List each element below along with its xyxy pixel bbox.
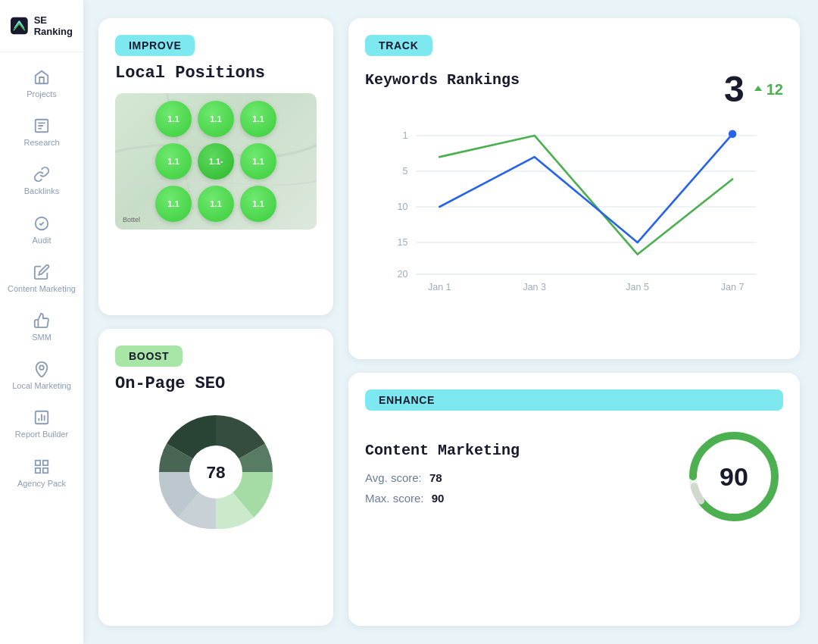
grid-dot-7: 1.1	[155, 186, 192, 222]
boost-card: BOOST On-Page SEO	[98, 329, 333, 626]
audit-icon	[33, 215, 50, 232]
track-big-number: 3	[724, 71, 745, 108]
svg-text:78: 78	[206, 463, 225, 482]
avg-score-value: 78	[429, 471, 442, 484]
sidebar-item-label-projects: Projects	[27, 89, 57, 99]
donut-container: 78	[115, 404, 317, 540]
line-chart-svg: 1 5 10 15 20 Jan 1 Jan 3 Jan 5 Jan 7	[365, 120, 783, 294]
sidebar-item-report-builder[interactable]: Report Builder	[0, 400, 83, 449]
enhance-card: ENHANCE Content Marketing Avg. score: 78…	[348, 373, 800, 626]
improve-title: Local Positions	[115, 64, 317, 83]
svg-text:1: 1	[402, 130, 407, 141]
home-icon	[33, 69, 50, 86]
logo-text: SE Ranking	[34, 14, 73, 37]
svg-rect-7	[36, 467, 40, 472]
arrow-up-icon	[752, 83, 764, 95]
sidebar-item-label-report-builder: Report Builder	[15, 430, 68, 439]
svg-text:5: 5	[402, 166, 407, 177]
sidebar-item-backlinks[interactable]: Backlinks	[0, 157, 83, 205]
sidebar-item-label-research: Research	[23, 138, 59, 148]
svg-rect-8	[43, 467, 48, 472]
grid-dot-6: 1.1	[240, 143, 276, 180]
grid-dot-8: 1.1	[198, 186, 234, 222]
sidebar-item-agency-pack[interactable]: Agency Pack	[0, 449, 83, 498]
svg-text:Jan 7: Jan 7	[721, 282, 745, 292]
boost-title: On-Page SEO	[115, 374, 317, 393]
svg-rect-5	[36, 460, 40, 464]
svg-point-3	[39, 366, 44, 370]
grid-dot-1: 1.1	[155, 101, 192, 137]
pinwheel-svg: 78	[140, 396, 292, 548]
svg-text:10: 10	[398, 202, 408, 212]
sidebar-item-label-backlinks: Backlinks	[24, 186, 59, 196]
enhance-title: Content Marketing	[365, 442, 670, 459]
research-icon	[33, 117, 50, 134]
max-score-value: 90	[432, 492, 445, 505]
track-badge: TRACK	[365, 35, 432, 56]
max-score-label: Max. score:	[365, 492, 424, 505]
location-icon	[33, 361, 50, 377]
svg-text:Jan 5: Jan 5	[626, 282, 649, 292]
edit-icon	[33, 264, 50, 280]
grid-icon	[33, 458, 50, 475]
grid-dot-3: 1.1	[240, 101, 276, 137]
grid-dot-4: 1.1	[155, 143, 192, 180]
circle-inner-value: 90	[685, 427, 783, 526]
svg-rect-6	[43, 460, 48, 464]
track-change: 12	[752, 81, 783, 98]
svg-text:Jan 1: Jan 1	[428, 282, 451, 292]
circle-progress: 90	[685, 427, 783, 526]
map-label: Bottel	[123, 216, 140, 224]
svg-rect-0	[11, 17, 28, 35]
sidebar-item-projects[interactable]: Projects	[0, 60, 83, 108]
grid-dot-9: 1.1	[240, 186, 276, 222]
map-container: 1.1 1.1 1.1 1.1 1.1• 1.1 1.1 1.1 1.1 Bot…	[115, 93, 317, 230]
svg-point-25	[729, 130, 736, 138]
right-column: TRACK Keywords Rankings 3 12	[348, 18, 800, 626]
max-score-row: Max. score: 90	[365, 492, 670, 505]
track-title: Keywords Rankings	[365, 71, 520, 89]
logo: SE Ranking	[0, 0, 83, 52]
track-change-value: 12	[766, 81, 783, 98]
grid-dot-2: 1.1	[198, 101, 234, 137]
track-header: Keywords Rankings 3 12	[365, 71, 783, 108]
sidebar-item-audit[interactable]: Audit	[0, 206, 83, 255]
location-grid: 1.1 1.1 1.1 1.1 1.1• 1.1 1.1 1.1 1.1	[155, 101, 276, 222]
enhance-body: Content Marketing Avg. score: 78 Max. sc…	[365, 427, 783, 526]
grid-dot-5: 1.1•	[198, 143, 234, 180]
sidebar-item-content-marketing[interactable]: Content Marketing	[0, 255, 83, 303]
sidebar-item-label-local-marketing: Local Marketing	[12, 381, 71, 391]
left-column: IMPROVE Local Positions 1.1 1.1 1.1 1.1 …	[98, 18, 333, 626]
enhance-badge: ENHANCE	[365, 389, 783, 411]
sidebar-item-label-agency-pack: Agency Pack	[17, 479, 66, 489]
boost-badge: BOOST	[115, 345, 183, 367]
se-ranking-logo-icon	[11, 14, 28, 38]
avg-score-label: Avg. score:	[365, 471, 422, 484]
sidebar-item-label-smm: SMM	[32, 333, 52, 342]
sidebar-item-research[interactable]: Research	[0, 108, 83, 157]
improve-badge: IMPROVE	[115, 35, 195, 56]
svg-text:15: 15	[398, 237, 408, 248]
report-icon	[33, 409, 50, 426]
chart-area: 1 5 10 15 20 Jan 1 Jan 3 Jan 5 Jan 7	[365, 120, 783, 294]
improve-card: IMPROVE Local Positions 1.1 1.1 1.1 1.1 …	[98, 18, 333, 315]
svg-text:Jan 3: Jan 3	[523, 282, 546, 292]
sidebar: SE Ranking Projects Research Backlinks A…	[0, 0, 83, 644]
main-content: IMPROVE Local Positions 1.1 1.1 1.1 1.1 …	[83, 0, 818, 644]
sidebar-item-local-marketing[interactable]: Local Marketing	[0, 352, 83, 400]
sidebar-item-label-audit: Audit	[32, 236, 51, 245]
sidebar-item-smm[interactable]: SMM	[0, 303, 83, 352]
track-card: TRACK Keywords Rankings 3 12	[348, 18, 800, 359]
enhance-text: Content Marketing Avg. score: 78 Max. sc…	[365, 442, 670, 512]
avg-score-row: Avg. score: 78	[365, 471, 670, 484]
sidebar-item-label-content-marketing: Content Marketing	[8, 284, 76, 294]
thumbup-icon	[33, 312, 50, 329]
svg-text:20: 20	[398, 269, 408, 280]
track-numbers: 3 12	[724, 71, 783, 108]
link-icon	[33, 166, 50, 183]
